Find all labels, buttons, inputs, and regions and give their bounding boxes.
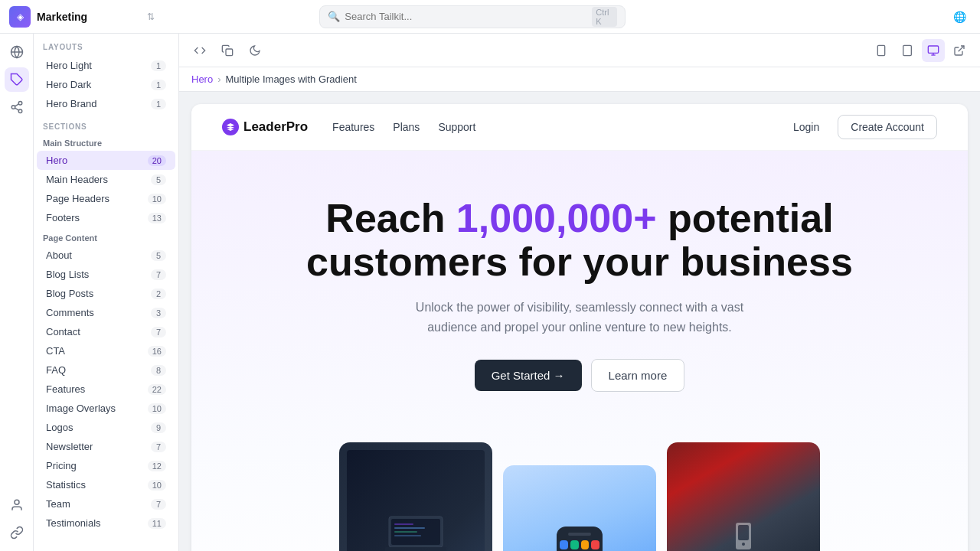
sidebar: LAYOUTS Hero Light 1 Hero Dark 1 Hero Br…	[34, 34, 179, 551]
sidebar-item-comments[interactable]: Comments 3	[37, 303, 175, 322]
sidebar-item-blog-lists-label: Blog Lists	[46, 269, 151, 280]
hero-image-laptop	[339, 442, 492, 551]
sidebar-item-image-overlays-count: 10	[148, 403, 166, 414]
content-area: Hero › Multiple Images with Gradient Lea…	[179, 34, 980, 551]
sidebar-item-hero-brand[interactable]: Hero Brand 1	[37, 94, 175, 113]
preview-nav-actions: Login Create Account	[782, 115, 937, 139]
sidebar-item-newsletter[interactable]: Newsletter 7	[37, 437, 175, 456]
search-bar[interactable]: 🔍 Ctrl K	[319, 5, 626, 28]
hero-headline-customers: customers for your business	[306, 240, 853, 284]
create-account-button[interactable]: Create Account	[838, 115, 937, 139]
laptop-image	[339, 442, 492, 551]
sidebar-item-faq-label: FAQ	[46, 364, 151, 376]
sidebar-item-image-overlays[interactable]: Image Overlays 10	[37, 399, 175, 418]
sidebar-item-pricing-label: Pricing	[46, 460, 148, 471]
sidebar-item-newsletter-count: 7	[151, 442, 166, 452]
sidebar-item-footers-label: Footers	[46, 212, 148, 223]
svg-point-27	[742, 543, 745, 546]
hero-subtext: Unlock the power of visibility, seamless…	[381, 298, 779, 337]
svg-rect-21	[394, 527, 425, 529]
sidebar-item-testimonials-count: 11	[148, 518, 166, 529]
sidebar-item-statistics-count: 10	[148, 480, 166, 491]
sidebar-item-blog-posts-label: Blog Posts	[46, 288, 151, 299]
sidebar-item-footers[interactable]: Footers 13	[37, 208, 175, 227]
sidebar-item-cta[interactable]: CTA 16	[37, 341, 175, 360]
breadcrumb-separator: ›	[217, 73, 220, 85]
svg-rect-20	[394, 523, 413, 525]
user-nav-icon[interactable]	[5, 493, 29, 517]
toolbar-right	[870, 39, 971, 62]
copy-icon-btn[interactable]	[216, 39, 239, 62]
hands-image	[667, 442, 820, 551]
sidebar-item-logos[interactable]: Logos 9	[37, 418, 175, 437]
sidebar-item-features[interactable]: Features 22	[37, 380, 175, 399]
login-button[interactable]: Login	[782, 116, 830, 138]
app-logo: ◈	[9, 6, 31, 28]
sidebar-item-logos-label: Logos	[46, 422, 151, 433]
code-icon-btn[interactable]	[188, 39, 211, 62]
share-nav-icon[interactable]	[5, 95, 29, 119]
sidebar-item-hero[interactable]: Hero 20	[37, 151, 175, 170]
svg-rect-24	[385, 547, 446, 551]
svg-point-3	[18, 102, 22, 106]
puzzle-nav-icon[interactable]	[5, 67, 29, 92]
sidebar-item-blog-posts[interactable]: Blog Posts 2	[37, 284, 175, 303]
sidebar-item-hero-light[interactable]: Hero Light 1	[37, 56, 175, 75]
tablet-view-btn[interactable]	[896, 39, 919, 62]
preview-logo: LeaderPro	[222, 119, 308, 135]
preview-logo-icon	[222, 119, 239, 135]
sidebar-item-hero-brand-count: 1	[151, 99, 166, 109]
phone-image	[503, 465, 656, 551]
sidebar-item-team-label: Team	[46, 498, 151, 510]
sidebar-item-hero-count: 20	[148, 155, 166, 166]
app-header: ◈ Marketing ⇅	[9, 6, 155, 28]
svg-rect-14	[928, 46, 938, 53]
get-started-button[interactable]: Get Started →	[475, 360, 582, 391]
sidebar-item-contact[interactable]: Contact 7	[37, 322, 175, 341]
sidebar-item-newsletter-label: Newsletter	[46, 441, 151, 452]
learn-more-button[interactable]: Learn more	[591, 359, 685, 392]
nav-link-plans[interactable]: Plans	[393, 121, 420, 133]
svg-rect-23	[394, 535, 421, 536]
svg-line-17	[959, 46, 964, 51]
sidebar-item-hero-dark-label: Hero Dark	[46, 79, 151, 90]
sidebar-item-main-headers[interactable]: Main Headers 5	[37, 170, 175, 189]
sidebar-item-team[interactable]: Team 7	[37, 494, 175, 514]
nav-link-support[interactable]: Support	[438, 121, 475, 133]
app-chevron-icon[interactable]: ⇅	[147, 11, 155, 22]
svg-point-8	[15, 500, 19, 504]
svg-line-7	[15, 104, 18, 106]
desktop-view-btn[interactable]	[922, 39, 945, 62]
preview-logo-text: LeaderPro	[243, 119, 308, 135]
sidebar-item-blog-posts-count: 2	[151, 289, 166, 299]
hero-headline-number: 1,000,000+	[456, 196, 657, 240]
link-nav-icon[interactable]	[5, 520, 29, 545]
globe-nav-icon[interactable]	[5, 40, 29, 64]
sidebar-item-blog-lists[interactable]: Blog Lists 7	[37, 265, 175, 284]
sidebar-item-blog-lists-count: 7	[151, 269, 166, 280]
sidebar-item-contact-count: 7	[151, 327, 166, 337]
sidebar-item-faq[interactable]: FAQ 8	[37, 360, 175, 380]
sidebar-item-main-headers-label: Main Headers	[46, 174, 151, 185]
sidebar-item-image-overlays-label: Image Overlays	[46, 403, 148, 414]
nav-link-features[interactable]: Features	[332, 121, 374, 133]
top-bar-right: 🌐	[949, 6, 971, 28]
toolbar	[179, 34, 980, 67]
dark-mode-icon-btn[interactable]	[243, 39, 266, 62]
sidebar-item-statistics[interactable]: Statistics 10	[37, 475, 175, 494]
sidebar-item-about[interactable]: About 5	[37, 246, 175, 265]
sidebar-item-pricing[interactable]: Pricing 12	[37, 456, 175, 475]
svg-rect-9	[226, 49, 233, 56]
sidebar-item-features-label: Features	[46, 383, 148, 395]
hero-images	[222, 419, 937, 551]
external-link-btn[interactable]	[948, 39, 971, 62]
globe-icon-btn[interactable]: 🌐	[949, 6, 971, 28]
mobile-view-btn[interactable]	[870, 39, 893, 62]
search-input[interactable]	[345, 11, 587, 22]
sidebar-item-hero-dark[interactable]: Hero Dark 1	[37, 75, 175, 94]
sidebar-item-page-headers[interactable]: Page Headers 10	[37, 189, 175, 208]
sidebar-item-testimonials[interactable]: Testimonials 11	[37, 514, 175, 533]
svg-rect-26	[738, 525, 749, 540]
hero-headline-reach: Reach	[325, 196, 456, 240]
breadcrumb-parent[interactable]: Hero	[191, 73, 213, 85]
